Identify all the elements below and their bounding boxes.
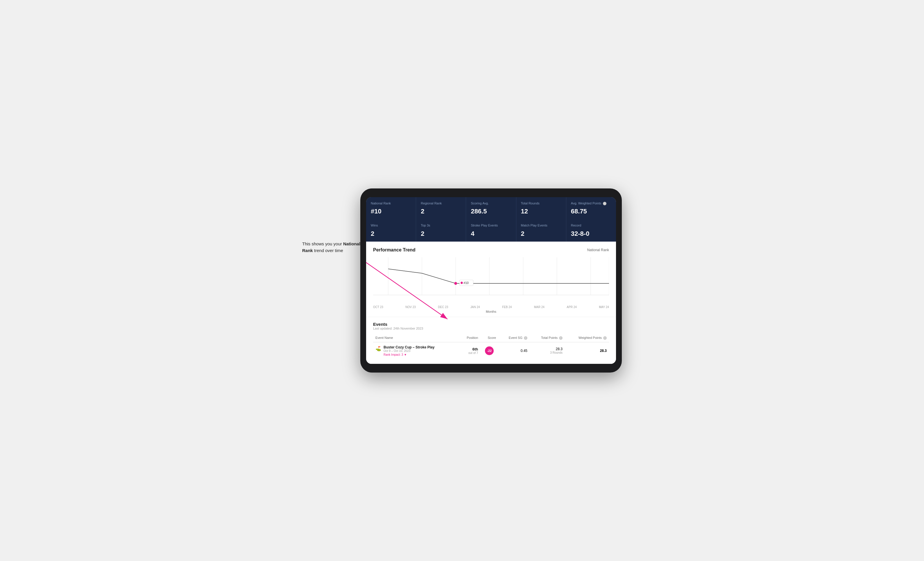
event-position: 6th bbox=[461, 347, 478, 352]
event-total-points-sub: 3 Rounds bbox=[532, 351, 562, 354]
event-total-points-cell: 28.3 3 Rounds bbox=[530, 342, 565, 359]
stat-national-rank-label: National Rank bbox=[371, 201, 411, 205]
col-score: Score bbox=[480, 334, 498, 343]
stat-scoring-avg-value: 286.5 bbox=[471, 208, 511, 215]
stat-stroke-play-value: 4 bbox=[471, 230, 511, 238]
performance-header: Performance Trend National Rank bbox=[373, 247, 609, 253]
chart-x-labels: OCT 23 NOV 23 DEC 23 JAN 24 FEB 24 MAR 2… bbox=[373, 304, 609, 310]
event-position-sub: out of 7 bbox=[461, 352, 478, 355]
stat-match-play: Match Play Events 2 bbox=[516, 219, 566, 241]
x-label-apr24: APR 24 bbox=[567, 305, 576, 309]
stat-record-label: Record bbox=[571, 223, 611, 227]
x-label-mar24: MAR 24 bbox=[534, 305, 544, 309]
stat-avg-weighted-label: Avg. Weighted Points i bbox=[571, 201, 611, 205]
event-rank-impact: Rank Impact: 3 ▼ bbox=[384, 353, 434, 356]
stat-regional-rank-value: 2 bbox=[421, 208, 461, 215]
tablet-screen: National Rank #10 Regional Rank 2 Scorin… bbox=[366, 197, 616, 364]
stat-national-rank-value: #10 bbox=[371, 208, 411, 215]
chart-months-label: Months bbox=[373, 310, 609, 317]
stat-stroke-play-label: Stroke Play Events bbox=[471, 223, 511, 227]
event-score-cell: -22 bbox=[480, 342, 498, 359]
event-sg-value: 0.45 bbox=[521, 349, 527, 353]
stats-row-2: Wins 2 Top 3s 2 Stroke Play Events 4 Mat… bbox=[366, 219, 616, 241]
events-section: Events Last updated: 24th November 2023 … bbox=[366, 317, 616, 364]
stat-wins-value: 2 bbox=[371, 230, 411, 238]
col-event-sg: Event SG i bbox=[498, 334, 530, 343]
chart-highlight-dot bbox=[454, 282, 457, 285]
performance-right-label: National Rank bbox=[587, 248, 609, 252]
stat-top3s: Top 3s 2 bbox=[416, 219, 466, 241]
event-score-badge: -22 bbox=[485, 346, 494, 355]
stat-stroke-play: Stroke Play Events 4 bbox=[466, 219, 516, 241]
events-last-updated: Last updated: 24th November 2023 bbox=[373, 327, 609, 330]
x-label-nov23: NOV 23 bbox=[405, 305, 416, 309]
info-icon-tp: i bbox=[559, 336, 562, 340]
x-label-dec23: DEC 23 bbox=[438, 305, 448, 309]
stat-total-rounds: Total Rounds 12 bbox=[516, 197, 566, 219]
col-weighted-points: Weighted Points i bbox=[565, 334, 609, 343]
table-row: ⛳ Buster Cozy Cup – Stroke Play Oct 9 – … bbox=[373, 342, 609, 359]
stat-regional-rank: Regional Rank 2 bbox=[416, 197, 466, 219]
x-label-oct23: OCT 23 bbox=[373, 305, 383, 309]
stat-regional-rank-label: Regional Rank bbox=[421, 201, 461, 205]
stat-national-rank: National Rank #10 bbox=[366, 197, 416, 219]
stat-match-play-label: Match Play Events bbox=[521, 223, 561, 227]
stat-scoring-avg: Scoring Avg. 286.5 bbox=[466, 197, 516, 219]
event-sg-cell: 0.45 bbox=[498, 342, 530, 359]
stat-record: Record 32-8-0 bbox=[566, 219, 616, 241]
performance-chart: #10 bbox=[373, 257, 609, 304]
event-weighted-points: 28.3 bbox=[600, 349, 607, 353]
info-icon-sg: i bbox=[524, 336, 527, 340]
event-info-cell: ⛳ Buster Cozy Cup – Stroke Play Oct 9 – … bbox=[373, 342, 459, 359]
stat-total-rounds-value: 12 bbox=[521, 208, 561, 215]
stat-wins: Wins 2 bbox=[366, 219, 416, 241]
x-label-feb24: FEB 24 bbox=[502, 305, 512, 309]
event-weighted-points-cell: 28.3 bbox=[565, 342, 609, 359]
stat-top3s-value: 2 bbox=[421, 230, 461, 238]
x-label-jan24: JAN 24 bbox=[470, 305, 480, 309]
x-label-may24: MAY 24 bbox=[599, 305, 609, 309]
stat-top3s-label: Top 3s bbox=[421, 223, 461, 227]
stat-record-value: 32-8-0 bbox=[571, 230, 611, 238]
stat-match-play-value: 2 bbox=[521, 230, 561, 238]
events-title: Events bbox=[373, 322, 609, 327]
annotation: This shows you your National Rank trend … bbox=[302, 241, 366, 254]
tablet-shell: National Rank #10 Regional Rank 2 Scorin… bbox=[360, 188, 622, 373]
col-position: Position bbox=[459, 334, 480, 343]
event-total-points: 28.3 bbox=[532, 347, 562, 351]
events-table-header: Event Name Position Score Event SG i Tot… bbox=[373, 334, 609, 343]
info-icon-wp: i bbox=[603, 336, 607, 340]
event-date: Oct 9 – Oct 10, 2023 bbox=[384, 349, 434, 353]
svg-point-12 bbox=[460, 282, 463, 284]
annotation-text: This shows you your National Rank trend … bbox=[302, 241, 360, 253]
stats-row-1: National Rank #10 Regional Rank 2 Scorin… bbox=[366, 197, 616, 219]
event-name: Buster Cozy Cup – Stroke Play bbox=[384, 345, 434, 349]
stat-avg-weighted: Avg. Weighted Points i 68.75 bbox=[566, 197, 616, 219]
stat-wins-label: Wins bbox=[371, 223, 411, 227]
scene: This shows you your National Rank trend … bbox=[302, 188, 622, 373]
svg-text:#10: #10 bbox=[464, 281, 469, 284]
stat-total-rounds-label: Total Rounds bbox=[521, 201, 561, 205]
golf-icon: ⛳ bbox=[375, 346, 381, 352]
performance-section: Performance Trend National Rank bbox=[366, 242, 616, 317]
stat-avg-weighted-value: 68.75 bbox=[571, 208, 611, 215]
col-total-points: Total Points i bbox=[530, 334, 565, 343]
col-event-name: Event Name bbox=[373, 334, 459, 343]
info-icon: i bbox=[603, 202, 606, 205]
chart-svg: #10 bbox=[373, 257, 609, 304]
stat-scoring-avg-label: Scoring Avg. bbox=[471, 201, 511, 205]
event-position-cell: 6th out of 7 bbox=[459, 342, 480, 359]
events-table: Event Name Position Score Event SG i Tot… bbox=[373, 334, 609, 359]
performance-title: Performance Trend bbox=[373, 247, 416, 253]
